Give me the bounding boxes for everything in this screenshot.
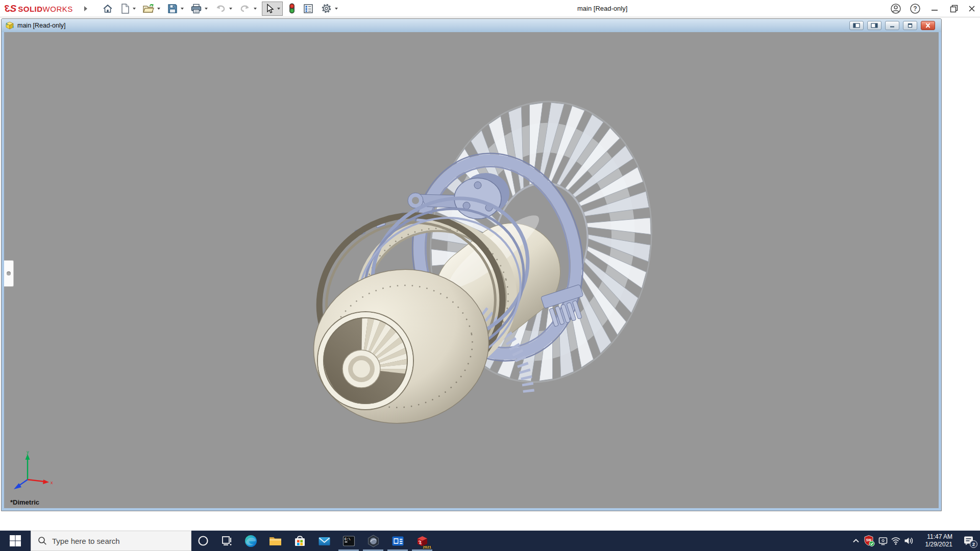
search-placeholder: Type here to search xyxy=(52,537,120,545)
pane-left-icon xyxy=(853,23,860,28)
options-dropdown[interactable] xyxy=(335,8,338,10)
save-button[interactable] xyxy=(165,2,185,15)
pane-right-icon xyxy=(871,23,878,28)
restore-button[interactable] xyxy=(944,0,964,17)
taskbar-search-box[interactable]: Type here to search xyxy=(31,531,191,551)
casing-ladder-strip xyxy=(483,312,529,392)
new-document-icon xyxy=(120,3,130,14)
triad-x-label: x xyxy=(51,480,53,485)
document-minimize-button[interactable] xyxy=(885,21,899,30)
application-titlebar: 3S SOLIDWORKS xyxy=(0,0,980,17)
new-document-dropdown[interactable] xyxy=(133,8,136,10)
document-controls xyxy=(846,21,935,30)
taskbar-clock[interactable]: 11:47 AM 1/29/2021 xyxy=(918,531,954,551)
search-icon xyxy=(38,536,47,545)
view-orientation-label: *Dimetric xyxy=(10,498,39,506)
tray-display[interactable] xyxy=(876,531,889,551)
terminal-label: C:\ xyxy=(345,538,351,541)
save-dropdown[interactable] xyxy=(181,8,184,10)
taskbar-app-file-explorer[interactable] xyxy=(263,531,287,551)
tube-clips xyxy=(355,212,406,236)
redo-icon xyxy=(239,3,251,14)
help-button[interactable]: ? xyxy=(905,0,925,17)
notification-badge: 2 xyxy=(970,540,977,548)
main-toolbar xyxy=(101,0,343,17)
edge-icon xyxy=(244,534,258,548)
exhaust-bell xyxy=(302,256,501,437)
feature-tree-collapse-handle[interactable] xyxy=(4,260,14,287)
taskbar-spacer xyxy=(434,531,849,551)
tray-volume[interactable] xyxy=(902,531,915,551)
tray-solidworks-monitor[interactable]: SW xyxy=(862,531,876,551)
cortana-button[interactable] xyxy=(191,531,215,551)
mail-icon xyxy=(317,534,331,548)
orientation-triad[interactable]: y x xyxy=(8,450,55,497)
tray-network[interactable] xyxy=(889,531,902,551)
undo-dropdown[interactable] xyxy=(229,8,232,10)
taskbar-app-mail[interactable] xyxy=(312,531,336,551)
engine-body xyxy=(415,204,580,362)
print-button[interactable] xyxy=(189,2,209,15)
turbine-fan xyxy=(412,87,669,397)
terminal-icon: C:\ xyxy=(342,534,356,548)
taskbar-app-solidworks[interactable]: 2021 xyxy=(410,531,434,551)
start-button[interactable] xyxy=(0,531,31,551)
help-icon: ? xyxy=(910,3,921,14)
select-tool-dropdown[interactable] xyxy=(277,8,280,10)
rebuild-button[interactable] xyxy=(286,2,298,16)
undo-icon xyxy=(214,3,227,14)
minimize-icon xyxy=(931,5,938,12)
account-button[interactable] xyxy=(886,0,905,17)
cortana-icon xyxy=(197,535,209,547)
casing-ring xyxy=(394,137,602,377)
undo-button[interactable] xyxy=(213,2,234,15)
windows-logo-icon xyxy=(9,534,22,547)
document-restore-icon xyxy=(907,23,913,28)
file-explorer-icon xyxy=(268,534,282,548)
document-restore-button[interactable] xyxy=(903,21,917,30)
select-tool-button[interactable] xyxy=(262,2,283,16)
home-button[interactable] xyxy=(101,2,115,15)
taskbar-app-cad-viewer[interactable] xyxy=(361,531,385,551)
pane-right-button[interactable] xyxy=(867,21,881,30)
document-close-button[interactable] xyxy=(921,21,935,30)
new-document-button[interactable] xyxy=(118,2,137,15)
redo-button[interactable] xyxy=(237,2,258,15)
redo-dropdown[interactable] xyxy=(254,8,257,10)
pane-left-button[interactable] xyxy=(849,21,864,30)
brand-name-light: WORKS xyxy=(43,5,73,13)
taskbar-app-media[interactable] xyxy=(385,531,410,551)
assembly-document-icon xyxy=(6,21,14,30)
mount-flange xyxy=(408,173,509,219)
tray-show-hidden-icons[interactable] xyxy=(849,531,862,551)
menu-flyout-arrow[interactable] xyxy=(84,6,87,11)
taskbar-app-store[interactable] xyxy=(287,531,312,551)
action-center-button[interactable]: 2 xyxy=(958,531,980,551)
display-tray-icon xyxy=(878,536,888,545)
file-properties-icon xyxy=(303,3,314,14)
triad-y-label: y xyxy=(27,450,29,455)
chevron-up-icon xyxy=(852,537,860,544)
document-title: main [Read-only] xyxy=(17,22,66,29)
casing-tubes xyxy=(326,171,562,396)
bell-back-ring xyxy=(345,208,528,388)
document-minimize-icon xyxy=(889,23,895,28)
casing-bracket-fins xyxy=(541,284,590,328)
brand-name-bold: SOLID xyxy=(18,5,42,13)
graphics-viewport[interactable]: y x *Dimetric xyxy=(4,32,939,508)
minimize-button[interactable] xyxy=(925,0,944,17)
options-button[interactable] xyxy=(319,2,339,15)
taskbar-app-edge[interactable] xyxy=(238,531,263,551)
task-view-button[interactable] xyxy=(215,531,238,551)
file-properties-button[interactable] xyxy=(301,2,315,15)
open-dropdown[interactable] xyxy=(157,8,160,10)
window-title: main [Read-only] xyxy=(577,0,627,17)
window-controls: ? xyxy=(886,0,980,17)
close-button[interactable] xyxy=(964,0,980,17)
nozzle-dark-ring xyxy=(300,195,522,410)
taskbar-app-terminal[interactable]: C:\ xyxy=(336,531,361,551)
document-titlebar[interactable]: main [Read-only] xyxy=(2,19,941,32)
print-dropdown[interactable] xyxy=(205,8,208,10)
open-button[interactable] xyxy=(141,2,162,15)
handle-dot-icon xyxy=(7,271,11,276)
